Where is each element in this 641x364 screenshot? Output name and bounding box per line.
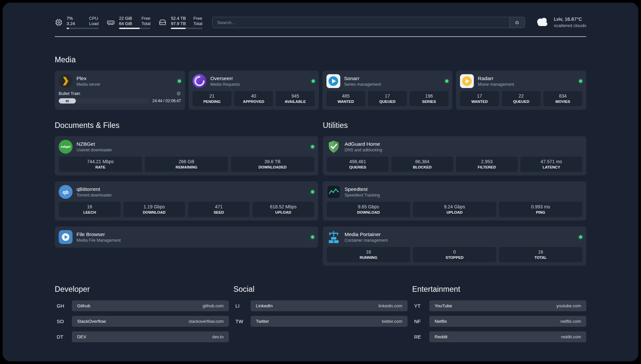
dashboard-content: 7% CPU 3.24 Load <box>55 3 586 355</box>
bookmark-url: netflix.com <box>561 319 581 324</box>
overseerr-card[interactable]: Overseerr Media Requests 21 PENDING 40 A… <box>189 71 319 110</box>
bookmark-link-github[interactable]: Github github.com <box>72 300 229 311</box>
bookmark-abbr: NF <box>412 318 429 324</box>
bookmark-link-linkedin[interactable]: LinkedIn linkedin.com <box>251 300 408 311</box>
overseerr-header: Overseerr Media Requests <box>193 74 315 88</box>
radarr-stat-movies: 834 MOVIES <box>543 91 582 106</box>
stat-label: AVAILABLE <box>276 99 314 104</box>
disk-meter-fill <box>171 28 186 29</box>
speedtest-card[interactable]: Speedtest Speedtest Tracking 9.65 Gbps D… <box>323 181 586 221</box>
filebrowser-card[interactable]: File Browser Media File Management <box>55 227 318 248</box>
stat-value: 86,384 <box>392 159 453 165</box>
bookmark-abbr: RE <box>412 334 429 340</box>
filebrowser-status-dot <box>311 235 314 239</box>
cloud-icon <box>535 16 550 29</box>
media-grid: Plex Media server Bullet Train ⚙ <box>55 71 586 110</box>
nzbget-subtitle: Usenet downloader <box>76 147 112 153</box>
stat-value: 16 <box>59 204 120 210</box>
portainer-icon <box>327 230 341 244</box>
stat-label: STOPPED <box>413 255 496 260</box>
sonarr-stats: 485 WANTED 17 QUEUED 196 SERIES <box>326 88 449 106</box>
weather-widget: Lviv, 16.87°C scattered clouds <box>535 16 586 29</box>
bookmarks-section: Developer GH Github github.com SO StackO… <box>55 285 586 355</box>
stat-value: 0.993 ms <box>500 204 582 210</box>
bookmark-url: reddit.com <box>561 334 581 339</box>
sonarr-card[interactable]: Sonarr Series management 485 WANTED 17 Q… <box>322 71 453 110</box>
plex-playback-time: 24:44 / 02:06:47 <box>152 99 181 103</box>
stat-label: DOWNLOAD <box>327 210 410 215</box>
portainer-header: Media Portainer Container management <box>327 230 582 244</box>
entertainment-bookmarks: YT YouTube youtube.com NF Netflix netfli… <box>412 300 586 342</box>
stat-label: QUEUED <box>369 99 406 104</box>
stat-value: 471 <box>189 204 249 210</box>
radarr-names: Radarr Movie management <box>478 75 514 87</box>
media-section-title: Media <box>55 55 586 64</box>
settings-icon[interactable]: ⚙ <box>176 91 181 96</box>
pause-icon[interactable] <box>66 100 69 102</box>
stat-value: 9.24 Gbps <box>413 204 496 210</box>
nzbget-card[interactable]: nzbget NZBGet Usenet downloader 744.21 M… <box>55 136 318 175</box>
stat-label: MOVIES <box>544 99 582 104</box>
cpu-load-label: Load <box>89 21 99 26</box>
radarr-name: Radarr <box>478 75 514 82</box>
overseerr-stat-pending: 21 PENDING <box>193 91 231 106</box>
memory-meter <box>119 28 150 29</box>
bookmark-link-twitter[interactable]: Twitter twitter.com <box>251 316 408 327</box>
portainer-names: Media Portainer Container management <box>345 231 388 243</box>
stat-value: 47.571 ms <box>521 159 582 165</box>
plex-card[interactable]: Plex Media server Bullet Train ⚙ <box>55 71 185 110</box>
speedtest-header: Speedtest Speedtest Tracking <box>327 185 582 199</box>
search-input[interactable] <box>213 17 509 28</box>
cpu-icon <box>55 18 63 26</box>
two-column-area: Documents & Files nzbget NZBGet Usenet d… <box>55 121 586 266</box>
plex-progress-bar[interactable] <box>59 98 149 104</box>
stat-label: QUEUED <box>503 99 540 104</box>
sonarr-stat-queued: 17 QUEUED <box>368 91 407 106</box>
adguard-stat-blocked: 86,384 BLOCKED <box>391 157 453 172</box>
plex-status-dot <box>178 79 181 83</box>
nzbget-stat-downloaded: 39.6 TB DOWNLOADED <box>231 157 314 172</box>
stat-value: 17 <box>461 93 498 99</box>
bookmark-row-twitter: TW Twitter twitter.com <box>233 316 408 327</box>
search-provider-button[interactable]: G <box>509 17 525 28</box>
cpu-percent: 7% <box>67 16 83 21</box>
search-bar[interactable]: G <box>212 17 525 28</box>
bookmark-url: linkedin.com <box>379 303 402 308</box>
portainer-card[interactable]: Media Portainer Container management 16 … <box>323 227 586 266</box>
memory-icon <box>107 18 115 26</box>
bookmark-link-stackoverflow[interactable]: StackOverflow stackoverflow.com <box>72 316 229 327</box>
stat-value: 21 <box>193 93 231 99</box>
nzbget-status-dot <box>311 145 314 148</box>
bookmark-row-reddit: RE Reddit reddit.com <box>412 331 586 342</box>
plex-subtitle: Media server <box>76 82 100 87</box>
bookmark-link-reddit[interactable]: Reddit reddit.com <box>429 331 586 342</box>
bookmark-link-dev[interactable]: DEV dev.to <box>72 331 229 342</box>
plex-now-playing-title: Bullet Train <box>59 91 80 96</box>
stat-label: LATENCY <box>521 165 582 169</box>
adguard-header: AdGuard Home DNS and adblocking <box>327 140 582 154</box>
media-section: Media Plex Media server <box>55 55 586 110</box>
stat-label: SERIES <box>410 99 448 104</box>
speedtest-subtitle: Speedtest Tracking <box>345 193 380 198</box>
stat-label: WANTED <box>327 99 365 104</box>
qbittorrent-icon-text: qb <box>63 189 69 195</box>
memory-total-value: 64 GiB <box>119 21 136 26</box>
portainer-stat-stopped: 0 STOPPED <box>413 247 496 262</box>
resource-widgets: 7% CPU 3.24 Load <box>55 16 202 29</box>
bookmark-link-netflix[interactable]: Netflix netflix.com <box>429 316 586 327</box>
bookmark-url: twitter.com <box>382 319 402 324</box>
qbittorrent-card[interactable]: qb qBittorrent Torrent downloader 16 <box>55 181 318 221</box>
bookmark-link-youtube[interactable]: YouTube youtube.com <box>429 300 586 311</box>
radarr-card[interactable]: Radarr Movie management 17 WANTED 22 QUE… <box>456 71 586 110</box>
adguard-card[interactable]: AdGuard Home DNS and adblocking 498,461 … <box>323 136 586 175</box>
adguard-stat-latency: 47.571 ms LATENCY <box>520 157 582 172</box>
sonarr-subtitle: Series management <box>344 82 381 87</box>
plex-progress-fill <box>59 98 76 104</box>
stat-value: 22 <box>503 93 540 99</box>
speedtest-name: Speedtest <box>345 186 380 193</box>
bookmark-abbr: GH <box>55 303 72 309</box>
entertainment-group-title: Entertainment <box>412 285 586 294</box>
stat-label: APPROVED <box>235 99 272 104</box>
header-divider <box>55 36 586 37</box>
stat-value: 2,953 <box>457 159 517 165</box>
